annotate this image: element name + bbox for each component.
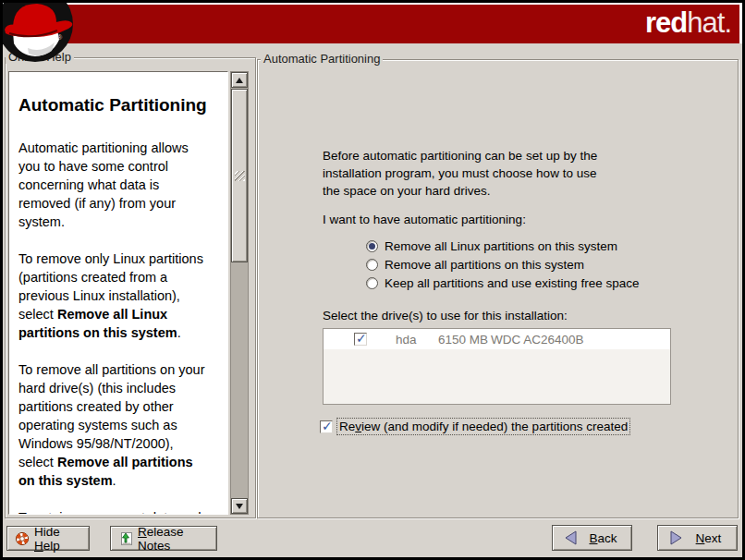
button-text: Back: [582, 531, 624, 545]
drive-name: hda: [396, 333, 417, 347]
radio-label: Remove all partitions on this system: [385, 258, 584, 272]
radio-button[interactable]: [366, 277, 378, 289]
radio-keep-all-partitions[interactable]: Keep all partitions and use existing fre…: [366, 274, 639, 291]
button-text: Next: [688, 531, 729, 545]
help-text-area: Automatic Partitioning Automatic partiti…: [8, 71, 228, 515]
help-p3-period: .: [113, 473, 116, 488]
next-arrow-icon: [669, 530, 683, 545]
hide-help-button[interactable]: Hide Help: [6, 526, 90, 551]
radio-button[interactable]: [366, 240, 378, 252]
button-text: Release Notes: [138, 525, 209, 553]
scroll-up-icon: [236, 78, 243, 83]
online-help-panel: Online Help Automatic Partitioning Autom…: [5, 57, 256, 518]
radio-group-prompt: I want to have automatic partitioning:: [323, 211, 526, 228]
installer-window: redhat. ® Online Help Automatic Partitio…: [0, 0, 745, 560]
help-paragraph-3: To remove all partitions on your hard dr…: [18, 360, 220, 490]
scroll-down-icon: [236, 504, 243, 509]
top-banner: redhat.: [3, 3, 742, 43]
help-p3-text: To remove all partitions on your hard dr…: [18, 362, 205, 469]
review-label-pre: Re: [339, 420, 355, 433]
main-frame-label: Automatic Partitioning: [261, 53, 383, 66]
help-p2-period: .: [177, 325, 181, 340]
review-checkbox[interactable]: [320, 420, 333, 433]
automatic-partitioning-panel: Automatic Partitioning Before automatic …: [257, 59, 739, 518]
drive-row-hda[interactable]: hda 6150 MB WDC AC26400B: [324, 329, 670, 349]
release-notes-icon: [118, 531, 133, 546]
radio-button[interactable]: [366, 259, 378, 271]
radio-remove-all-partitions[interactable]: Remove all partitions on this system: [366, 256, 584, 273]
radio-remove-linux-partitions[interactable]: Remove all Linux partitions on this syst…: [366, 237, 617, 254]
back-arrow-icon: [564, 530, 578, 545]
drive-checkbox[interactable]: [354, 333, 367, 346]
drive-model: WDC AC26400B: [491, 333, 584, 347]
review-checkbox-label: Review (and modify if needed) the partit…: [337, 419, 629, 434]
help-paragraph-4-clipped: To retain your current data and: [18, 508, 220, 515]
back-button[interactable]: Back: [552, 525, 632, 551]
help-paragraph-1: Automatic partitioning allows you to hav…: [18, 139, 220, 231]
release-notes-button[interactable]: Release Notes: [110, 526, 217, 551]
scrollbar-thumb[interactable]: [231, 89, 248, 262]
intro-text: Before automatic partitioning can be set…: [323, 147, 597, 200]
lifebuoy-help-icon: [15, 531, 30, 546]
review-label-post: iew (and modify if needed) the partition…: [361, 420, 628, 433]
brand-hat: hat.: [687, 6, 731, 39]
redhat-wordmark: redhat.: [645, 6, 731, 41]
scrollbar-down-button[interactable]: [231, 498, 248, 514]
drive-list[interactable]: hda 6150 MB WDC AC26400B: [323, 328, 671, 405]
help-paragraph-2: To remove only Linux partitions (partiti…: [18, 250, 220, 342]
brand-red: red: [645, 6, 687, 39]
scrollbar-grip-icon: [235, 171, 245, 181]
next-button[interactable]: Next: [657, 525, 738, 551]
radio-label: Keep all partitions and use existing fre…: [385, 276, 639, 290]
help-scrollbar[interactable]: [230, 71, 249, 515]
button-text: Hide Help: [34, 525, 81, 553]
help-title: Automatic Partitioning: [18, 94, 220, 116]
review-partitions-option[interactable]: Review (and modify if needed) the partit…: [320, 419, 629, 434]
drive-select-prompt: Select the drive(s) to use for this inst…: [323, 307, 568, 324]
redhat-shadowman-icon: ®: [0, 0, 85, 63]
drive-size: 6150 MB: [438, 333, 488, 347]
scrollbar-up-button[interactable]: [231, 72, 248, 88]
radio-label: Remove all Linux partitions on this syst…: [385, 239, 617, 253]
review-label-mnemonic: v: [355, 420, 361, 433]
svg-text:®: ®: [57, 34, 63, 41]
